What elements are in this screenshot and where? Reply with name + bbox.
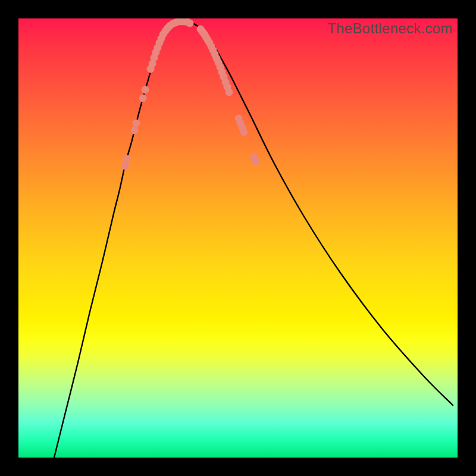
- data-point: [123, 155, 131, 163]
- data-point: [186, 20, 194, 27]
- data-point: [240, 129, 248, 136]
- data-point: [226, 89, 233, 96]
- bottleneck-curve: [54, 21, 453, 458]
- plot-area: TheBottleneck.com: [18, 18, 458, 458]
- data-point: [252, 158, 260, 165]
- marker-group: [121, 18, 260, 170]
- data-point: [142, 86, 149, 94]
- data-point: [121, 162, 129, 170]
- watermark-text: TheBottleneck.com: [327, 20, 453, 37]
- chart-svg: [18, 18, 458, 458]
- data-point: [139, 95, 147, 102]
- chart-frame: TheBottleneck.com: [0, 0, 476, 476]
- data-point: [133, 120, 140, 127]
- data-point: [131, 127, 139, 134]
